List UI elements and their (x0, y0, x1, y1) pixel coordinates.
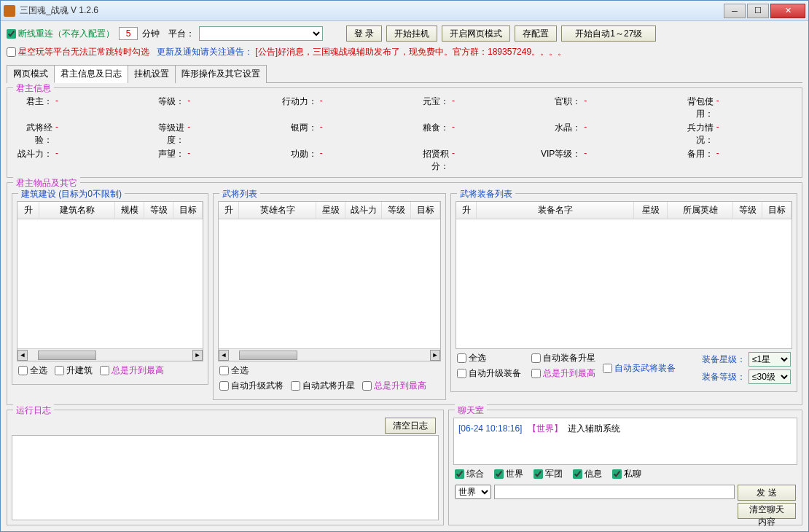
generals-box: 武将列表 升 英雄名字 星级 战斗力 等级 目标 ◄► (213, 193, 446, 400)
equip-box: 武将装备列表 升 装备名字 星级 所属英雄 等级 目标 (450, 193, 797, 392)
auto-level-button[interactable]: 开始自动1～27级 (561, 26, 656, 42)
gen-max[interactable]: 总是升到最高 (362, 380, 426, 392)
reconnect-checkbox[interactable]: 断线重连（不存入配置） (7, 28, 114, 40)
equip-star-label: 装备星级： (702, 353, 746, 366)
build-select-all[interactable]: 全选 (18, 364, 47, 377)
generals-legend: 武将列表 (219, 188, 260, 200)
reconnect-minutes-input[interactable] (119, 27, 138, 40)
notice-prefix: 更新及通知请关注通告： (157, 47, 253, 57)
titlebar[interactable]: 三国魂_战魂 V 1.2.6 ─ ☐ ✕ (1, 1, 808, 21)
start-hang-button[interactable]: 开始挂机 (386, 26, 437, 42)
notice-body: [公告]好消息，三国魂战魂辅助发布了，现免费中。官方群：189357249。。。… (255, 47, 566, 57)
chat-input[interactable] (494, 485, 735, 499)
minutes-label: 分钟 (142, 28, 160, 40)
build-list[interactable]: 升 建筑名称 规模 等级 目标 ◄► (17, 201, 203, 361)
build-max-checkbox[interactable]: 总是升到最高 (100, 364, 164, 377)
login-button[interactable]: 登 录 (346, 26, 382, 42)
log-legend: 运行日志 (13, 404, 54, 417)
equip-auto-star[interactable]: 自动装备升星 (531, 352, 595, 364)
chat-clear-button[interactable]: 清空聊天内容 (738, 503, 796, 519)
tab-hang-settings[interactable]: 挂机设置 (128, 65, 176, 83)
close-button[interactable]: ✕ (770, 4, 805, 18)
window-title: 三国魂_战魂 V 1.2.6 (20, 4, 724, 17)
equip-legend: 武将装备列表 (457, 188, 515, 200)
save-config-button[interactable]: 存配置 (515, 26, 557, 42)
build-box: 建筑建设 (目标为0不限制) 升 建筑名称 规模 等级 目标 ◄► (12, 193, 208, 385)
clear-log-button[interactable]: 清空日志 (385, 418, 436, 434)
chat-panel: 聊天室 [06-24 10:18:16] 【世界】 进入辅助系统 综合世界军团信… (448, 410, 802, 525)
generals-list[interactable]: 升 英雄名字 星级 战斗力 等级 目标 ◄► (218, 201, 441, 361)
main-window: 三国魂_战魂 V 1.2.6 ─ ☐ ✕ 断线重连（不存入配置） 分钟 平台： … (0, 0, 809, 532)
equip-auto-up[interactable]: 自动升级装备 (457, 367, 521, 380)
chat-filter-私聊[interactable]: 私聊 (612, 468, 641, 480)
gen-select-all[interactable]: 全选 (219, 364, 249, 377)
log-textarea[interactable] (12, 435, 439, 520)
lord-info-box: 君主信息 君主：-等级：-行动力：-元宝：-官职：-背包使用：-武将经验：-等级… (7, 87, 802, 178)
chat-filter-综合[interactable]: 综合 (455, 468, 484, 480)
chat-send-button[interactable]: 发 送 (738, 485, 796, 501)
minimize-button[interactable]: ─ (724, 4, 746, 18)
chat-channel-select[interactable]: 世界 (455, 485, 491, 499)
gen-auto-up[interactable]: 自动升级武将 (219, 380, 284, 392)
equip-star-select[interactable]: ≤1星 (749, 352, 791, 367)
chat-filter-军团[interactable]: 军团 (534, 468, 563, 480)
tab-web-mode[interactable]: 网页模式 (7, 65, 55, 83)
build-up-checkbox[interactable]: 升建筑 (55, 364, 93, 377)
lord-info-legend: 君主信息 (13, 82, 54, 95)
star-platform-checkbox[interactable]: 星空玩等平台无法正常跳转时勾选 (7, 46, 149, 58)
platform-label: 平台： (168, 28, 195, 40)
build-legend: 建筑建设 (目标为0不限制) (18, 188, 125, 200)
equip-lvl-select[interactable]: ≤30级 (749, 369, 791, 384)
tab-lord-info[interactable]: 君主信息及日志 (54, 65, 128, 83)
toolbar-row-1: 断线重连（不存入配置） 分钟 平台： 登 录 开始挂机 开启网页模式 存配置 开… (7, 24, 802, 43)
chat-legend: 聊天室 (455, 404, 487, 417)
equip-select-all[interactable]: 全选 (457, 352, 521, 364)
web-mode-button[interactable]: 开启网页模式 (442, 26, 510, 42)
main-tabs: 网页模式 君主信息及日志 挂机设置 阵形操作及其它设置 (7, 64, 802, 83)
lord-items-box: 君主物品及其它 建筑建设 (目标为0不限制) 升 建筑名称 规模 等级 目标 (7, 182, 802, 405)
equip-list[interactable]: 升 装备名字 星级 所属英雄 等级 目标 (456, 201, 792, 349)
maximize-button[interactable]: ☐ (747, 4, 769, 18)
chat-log[interactable]: [06-24 10:18:16] 【世界】 进入辅助系统 (453, 418, 797, 465)
equip-auto-sell[interactable]: 自动卖武将装备 (603, 362, 676, 375)
toolbar-row-2: 星空玩等平台无法正常跳转时勾选 更新及通知请关注通告： [公告]好消息，三国魂战… (7, 44, 802, 60)
log-panel: 运行日志 清空日志 (7, 410, 444, 525)
build-hscroll[interactable]: ◄► (17, 348, 203, 361)
gen-auto-star[interactable]: 自动武将升星 (291, 380, 355, 392)
tab-formation[interactable]: 阵形操作及其它设置 (175, 65, 267, 83)
equip-max[interactable]: 总是升到最高 (531, 367, 595, 380)
app-icon (4, 5, 15, 17)
equip-lvl-label: 装备等级： (702, 371, 746, 383)
platform-select[interactable] (199, 26, 323, 41)
chat-filter-信息[interactable]: 信息 (573, 468, 602, 480)
chat-filter-世界[interactable]: 世界 (494, 468, 523, 480)
generals-hscroll[interactable]: ◄► (219, 348, 440, 361)
